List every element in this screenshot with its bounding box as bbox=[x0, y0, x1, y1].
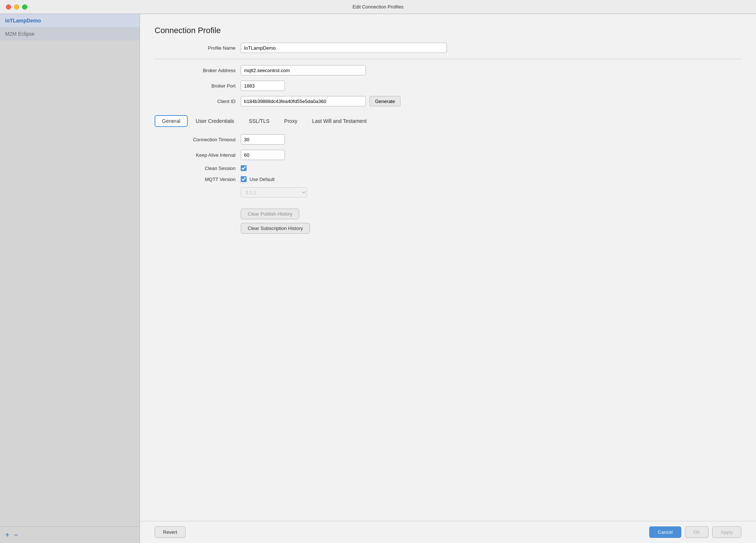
sidebar: IoTLampDemo M2M Eclipse + − bbox=[0, 14, 140, 543]
keep-alive-row: Keep Alive Interval bbox=[155, 150, 741, 160]
broker-port-label: Broker Port bbox=[155, 83, 236, 89]
connection-timeout-label: Connection Timeout bbox=[155, 137, 236, 142]
tab-ssl-tls[interactable]: SSL/TLS bbox=[242, 116, 276, 126]
footer-right: Cancel OK Apply bbox=[649, 526, 741, 538]
content-area: Connection Profile Profile Name Broker A… bbox=[140, 14, 756, 543]
broker-address-label: Broker Address bbox=[155, 68, 236, 73]
generate-button[interactable]: Generate bbox=[370, 96, 400, 106]
client-id-label: Client ID bbox=[155, 99, 236, 104]
title-bar: Edit Connection Profiles bbox=[0, 0, 756, 14]
connection-timeout-row: Connection Timeout bbox=[155, 134, 741, 145]
main-container: IoTLampDemo M2M Eclipse + − Connection P… bbox=[0, 14, 756, 543]
clean-session-label: Clean Session bbox=[155, 166, 236, 171]
apply-button[interactable]: Apply bbox=[712, 526, 741, 538]
window-title: Edit Connection Profiles bbox=[353, 4, 404, 10]
client-id-input[interactable] bbox=[241, 96, 366, 106]
section-title: Connection Profile bbox=[155, 26, 741, 35]
client-id-row: Client ID Generate bbox=[155, 96, 741, 106]
broker-port-row: Broker Port bbox=[155, 81, 741, 91]
close-button[interactable] bbox=[6, 4, 11, 10]
broker-address-input[interactable] bbox=[241, 65, 366, 75]
use-default-label: Use Default bbox=[250, 177, 275, 182]
clean-session-checkbox[interactable] bbox=[241, 165, 247, 171]
clear-publish-history-button[interactable]: Clear Publish History bbox=[241, 209, 299, 219]
tab-proxy[interactable]: Proxy bbox=[278, 116, 304, 126]
minimize-button[interactable] bbox=[14, 4, 19, 10]
connection-timeout-input[interactable] bbox=[241, 134, 285, 145]
version-select[interactable]: 3.1.1 bbox=[241, 187, 307, 198]
footer-left: Revert bbox=[155, 526, 186, 538]
revert-button[interactable]: Revert bbox=[155, 526, 186, 538]
tab-user-credentials[interactable]: User Credentials bbox=[189, 116, 241, 126]
mqtt-use-default-checkbox[interactable] bbox=[241, 176, 247, 182]
keep-alive-input[interactable] bbox=[241, 150, 285, 160]
divider-1 bbox=[155, 59, 741, 59]
profile-name-input[interactable] bbox=[241, 43, 447, 53]
content-inner: Connection Profile Profile Name Broker A… bbox=[140, 14, 756, 521]
add-profile-button[interactable]: + bbox=[5, 531, 10, 539]
remove-profile-button[interactable]: − bbox=[14, 531, 18, 539]
clean-session-row: Clean Session bbox=[155, 165, 741, 171]
broker-port-input[interactable] bbox=[241, 81, 285, 91]
sidebar-list: IoTLampDemo M2M Eclipse bbox=[0, 14, 139, 526]
maximize-button[interactable] bbox=[22, 4, 27, 10]
mqtt-version-row: MQTT Version Use Default bbox=[155, 176, 741, 182]
ok-button[interactable]: OK bbox=[685, 526, 709, 538]
tabs-row: General User Credentials SSL/TLS Proxy L… bbox=[155, 115, 741, 127]
window-controls[interactable] bbox=[6, 4, 27, 10]
tab-general[interactable]: General bbox=[155, 115, 188, 127]
sidebar-item-m2meclipse[interactable]: M2M Eclipse bbox=[0, 27, 139, 40]
broker-address-row: Broker Address bbox=[155, 65, 741, 75]
sidebar-item-iotlampdemo[interactable]: IoTLampDemo bbox=[0, 14, 139, 27]
profile-name-row: Profile Name bbox=[155, 43, 741, 53]
cancel-button[interactable]: Cancel bbox=[649, 526, 681, 538]
tab-last-will[interactable]: Last Will and Testament bbox=[305, 116, 373, 126]
history-section: Clear Publish History Clear Subscription… bbox=[155, 209, 741, 234]
mqtt-version-label: MQTT Version bbox=[155, 177, 236, 182]
clear-subscription-history-button[interactable]: Clear Subscription History bbox=[241, 223, 310, 234]
content-footer: Revert Cancel OK Apply bbox=[140, 521, 756, 543]
profile-name-label: Profile Name bbox=[155, 45, 236, 51]
sidebar-footer: + − bbox=[0, 526, 139, 543]
version-select-row: 3.1.1 bbox=[155, 187, 741, 198]
keep-alive-label: Keep Alive Interval bbox=[155, 152, 236, 158]
